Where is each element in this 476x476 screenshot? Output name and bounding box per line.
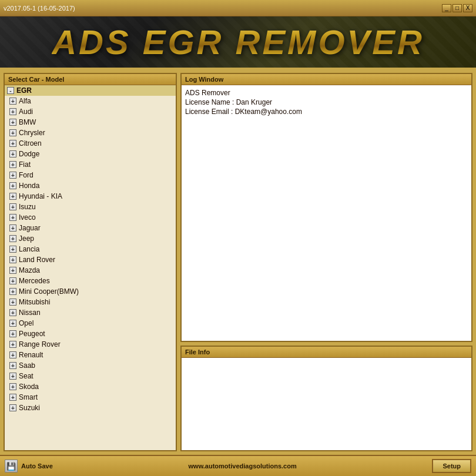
tree-item[interactable]: + Renault bbox=[5, 350, 176, 360]
expand-icon[interactable]: + bbox=[9, 235, 16, 242]
file-panel: File Info bbox=[180, 346, 472, 451]
make-label: Iveco bbox=[19, 213, 36, 222]
auto-save-section: 💾 Auto Save bbox=[5, 460, 53, 472]
status-bar: 💾 Auto Save www.automotivediagsolutions.… bbox=[0, 455, 476, 476]
tree-item[interactable]: + Smart bbox=[5, 392, 176, 403]
expand-icon[interactable]: + bbox=[9, 267, 16, 274]
log-panel: Log Window ADS RemoverLicense Name : Dan… bbox=[180, 73, 472, 342]
make-label: Saab bbox=[19, 361, 35, 370]
tree-item[interactable]: + Hyundai - KIA bbox=[5, 191, 176, 202]
tree-item[interactable]: + Alfa bbox=[5, 96, 176, 106]
expand-icon[interactable]: + bbox=[9, 394, 16, 401]
tree-item[interactable]: + Ford bbox=[5, 170, 176, 180]
title-bar-buttons: _ □ X bbox=[442, 4, 472, 12]
expand-icon[interactable]: + bbox=[9, 129, 16, 136]
tree-item[interactable]: + Nissan bbox=[5, 307, 176, 318]
expand-icon[interactable]: + bbox=[9, 98, 16, 105]
make-label: Lancia bbox=[19, 245, 39, 253]
minimize-button[interactable]: _ bbox=[442, 4, 451, 12]
tree-root-egr[interactable]: - EGR bbox=[5, 85, 176, 96]
make-label: Mini Cooper(BMW) bbox=[19, 287, 79, 296]
expand-icon[interactable]: + bbox=[9, 351, 16, 358]
make-label: Audi bbox=[19, 108, 33, 116]
expand-icon[interactable]: + bbox=[9, 246, 16, 253]
expand-icon[interactable]: + bbox=[9, 172, 16, 179]
root-expand-icon[interactable]: - bbox=[7, 87, 14, 94]
make-label: Jaguar bbox=[19, 224, 41, 232]
expand-icon[interactable]: + bbox=[9, 108, 16, 115]
make-label: Opel bbox=[19, 319, 33, 327]
expand-icon[interactable]: + bbox=[9, 119, 16, 126]
file-content bbox=[182, 358, 471, 450]
tree-item[interactable]: + Mazda bbox=[5, 265, 176, 276]
expand-icon[interactable]: + bbox=[9, 182, 16, 189]
make-label: Nissan bbox=[19, 309, 41, 317]
tree-container[interactable]: - EGR + Alfa + Audi + BMW + Chrysler + C… bbox=[5, 85, 176, 450]
tree-item[interactable]: + Lancia bbox=[5, 244, 176, 254]
expand-icon[interactable]: + bbox=[9, 277, 16, 284]
make-label: Renault bbox=[19, 351, 43, 359]
expand-icon[interactable]: + bbox=[9, 224, 16, 232]
tree-item[interactable]: + Chrysler bbox=[5, 128, 176, 138]
expand-icon[interactable]: + bbox=[9, 214, 16, 221]
expand-icon[interactable]: + bbox=[9, 288, 16, 295]
expand-icon[interactable]: + bbox=[9, 299, 16, 306]
expand-icon[interactable]: + bbox=[9, 140, 16, 147]
tree-item[interactable]: + Range Rover bbox=[5, 339, 176, 350]
make-label: Hyundai - KIA bbox=[19, 192, 62, 200]
expand-icon[interactable]: + bbox=[9, 309, 16, 316]
expand-icon[interactable]: + bbox=[9, 362, 16, 369]
tree-item[interactable]: + Isuzu bbox=[5, 202, 176, 212]
tree-item[interactable]: + Mini Cooper(BMW) bbox=[5, 286, 176, 297]
make-label: BMW bbox=[19, 118, 36, 126]
log-panel-header: Log Window bbox=[182, 74, 471, 85]
make-label: Jeep bbox=[19, 234, 34, 243]
make-label: Dodge bbox=[19, 150, 39, 158]
tree-item[interactable]: + Mercedes bbox=[5, 276, 176, 286]
website-label: www.automotivediagsolutions.com bbox=[189, 462, 297, 470]
logo-text: ADS EGR REMOVER bbox=[52, 22, 424, 62]
expand-icon[interactable]: + bbox=[9, 383, 16, 390]
make-label: Isuzu bbox=[19, 203, 36, 211]
tree-item[interactable]: + Suzuki bbox=[5, 403, 176, 413]
tree-item[interactable]: + Audi bbox=[5, 106, 176, 117]
tree-item[interactable]: + Dodge bbox=[5, 149, 176, 159]
tree-item[interactable]: + BMW bbox=[5, 117, 176, 128]
expand-icon[interactable]: + bbox=[9, 150, 16, 157]
close-button[interactable]: X bbox=[463, 4, 472, 12]
expand-icon[interactable]: + bbox=[9, 373, 16, 380]
make-label: Citroen bbox=[19, 139, 42, 148]
expand-icon[interactable]: + bbox=[9, 256, 16, 263]
tree-item[interactable]: + Iveco bbox=[5, 212, 176, 223]
main-area: Select Car - Model - EGR + Alfa + Audi +… bbox=[0, 69, 476, 455]
make-label: Alfa bbox=[19, 97, 31, 105]
expand-icon[interactable]: + bbox=[9, 404, 16, 411]
make-label: Suzuki bbox=[19, 404, 40, 412]
expand-icon[interactable]: + bbox=[9, 330, 16, 337]
setup-button[interactable]: Setup bbox=[432, 459, 471, 473]
left-panel-header: Select Car - Model bbox=[5, 74, 176, 85]
make-label: Range Rover bbox=[19, 340, 61, 348]
tree-item[interactable]: + Mitsubishi bbox=[5, 297, 176, 307]
save-icon-glyph: 💾 bbox=[6, 462, 16, 471]
tree-item[interactable]: + Seat bbox=[5, 371, 176, 381]
expand-icon[interactable]: + bbox=[9, 203, 16, 210]
expand-icon[interactable]: + bbox=[9, 341, 16, 348]
root-label: EGR bbox=[16, 86, 32, 95]
tree-item[interactable]: + Peugeot bbox=[5, 328, 176, 339]
expand-icon[interactable]: + bbox=[9, 320, 16, 327]
tree-item[interactable]: + Fiat bbox=[5, 159, 176, 170]
tree-item[interactable]: + Jaguar bbox=[5, 223, 176, 233]
expand-icon[interactable]: + bbox=[9, 161, 16, 168]
tree-item[interactable]: + Saab bbox=[5, 360, 176, 371]
maximize-button[interactable]: □ bbox=[452, 4, 462, 12]
tree-item[interactable]: + Jeep bbox=[5, 233, 176, 244]
tree-item[interactable]: + Opel bbox=[5, 318, 176, 328]
tree-item[interactable]: + Land Rover bbox=[5, 254, 176, 265]
title-bar: v2017.05-1 (16-05-2017) _ □ X bbox=[0, 0, 476, 16]
make-label: Smart bbox=[19, 393, 38, 401]
tree-item[interactable]: + Honda bbox=[5, 180, 176, 191]
expand-icon[interactable]: + bbox=[9, 193, 16, 200]
tree-item[interactable]: + Skoda bbox=[5, 381, 176, 392]
tree-item[interactable]: + Citroen bbox=[5, 138, 176, 149]
